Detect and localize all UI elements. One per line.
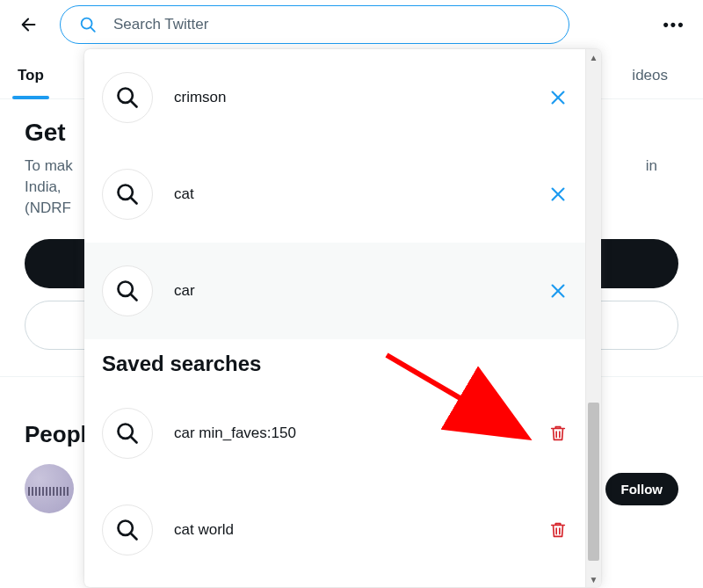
avatar <box>25 464 74 513</box>
saved-searches-heading: Saved searches <box>84 339 585 385</box>
svg-line-3 <box>131 101 137 107</box>
search-icon <box>102 408 153 459</box>
delete-saved-icon[interactable] <box>548 520 568 540</box>
svg-line-5 <box>131 198 137 204</box>
search-bar[interactable] <box>60 5 569 44</box>
scroll-thumb[interactable] <box>588 403 599 561</box>
ellipsis-icon: ••• <box>663 16 685 34</box>
search-icon <box>102 265 153 316</box>
search-icon <box>102 505 153 555</box>
follow-button[interactable]: Follow <box>605 473 679 505</box>
remove-recent-icon[interactable] <box>548 88 568 107</box>
saved-search-label: cat world <box>174 521 234 539</box>
back-button[interactable] <box>14 10 44 40</box>
search-dropdown: crimson cat car Saved searches ca <box>84 49 601 587</box>
remove-recent-icon[interactable] <box>548 185 568 204</box>
search-icon <box>78 15 98 34</box>
tab-top[interactable]: Top <box>0 53 62 98</box>
svg-line-11 <box>131 534 137 540</box>
recent-search-label: crimson <box>174 89 227 106</box>
tab-videos-partial[interactable]: ideos <box>614 53 703 98</box>
saved-search-label: car min_faves:150 <box>174 425 296 442</box>
arrow-left-icon <box>19 15 39 34</box>
recent-search-label: car <box>174 282 195 300</box>
search-input[interactable] <box>113 16 551 33</box>
recent-search-item[interactable]: car <box>84 243 585 339</box>
search-icon <box>102 169 153 220</box>
svg-line-9 <box>131 437 137 443</box>
scroll-up-icon[interactable]: ▲ <box>586 49 601 65</box>
recent-search-label: cat <box>174 185 194 203</box>
scroll-down-icon[interactable]: ▼ <box>586 571 601 587</box>
svg-line-7 <box>131 294 137 301</box>
saved-search-item[interactable]: car min_faves:150 <box>84 385 585 482</box>
dropdown-scrollbar[interactable]: ▲ ▼ <box>585 49 601 587</box>
search-icon <box>102 72 153 123</box>
recent-search-item[interactable]: cat <box>84 146 585 243</box>
delete-saved-icon[interactable] <box>548 424 568 443</box>
saved-search-item[interactable]: cat world <box>84 482 585 578</box>
recent-search-item[interactable]: crimson <box>84 49 585 146</box>
remove-recent-icon[interactable] <box>548 281 568 301</box>
svg-line-1 <box>91 27 95 32</box>
more-options-button[interactable]: ••• <box>659 10 689 40</box>
